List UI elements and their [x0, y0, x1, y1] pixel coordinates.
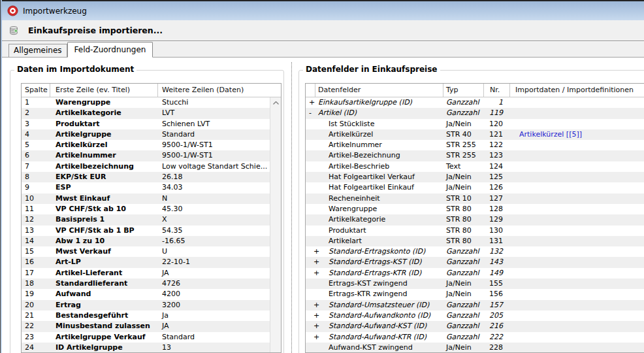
import-row-22[interactable]: 22Minusbestand zulassenJA	[22, 321, 281, 331]
app-target-icon	[7, 5, 18, 16]
import-row-2[interactable]: 2ArtikelkategorieLVT	[22, 108, 281, 118]
panel-splitter[interactable]	[291, 62, 292, 353]
import-row-10[interactable]: 10Mwst EinkaufN	[22, 193, 281, 204]
field-row-222[interactable]: +Standard-Aufwand-KTR (ID)Ganzzahl222	[306, 332, 644, 343]
expander-toggle[interactable]: -	[306, 108, 315, 118]
fields-table-rows: +Einkaufsartikelgruppe (ID)Ganzzahl1-Art…	[306, 97, 644, 353]
import-row-4[interactable]: 4ArtikelgruppeStandard	[22, 129, 281, 140]
expander-toggle[interactable]: +	[306, 332, 315, 343]
import-row-9[interactable]: 9ESP34.03	[22, 182, 281, 193]
import-row-21[interactable]: 21BestandesgeführtJa	[22, 311, 281, 321]
column-header-typ[interactable]: Typ	[443, 84, 484, 97]
chevron-up-icon	[273, 97, 279, 108]
field-row-132[interactable]: +Standard-Ertragskonto (ID)Ganzzahl132	[306, 246, 644, 257]
column-header-expand	[306, 84, 315, 97]
field-row-216[interactable]: +Standard-Aufwand-KST (ID)Ganzzahl216	[306, 321, 644, 331]
import-table-rows: 1WarengruppeStucchi2ArtikelkategorieLVT3…	[22, 97, 281, 353]
vertical-scrollbar[interactable]	[270, 97, 281, 352]
import-row-20[interactable]: 20Ertrag3200	[22, 300, 281, 311]
database-add-icon	[8, 25, 21, 36]
tab-allgemeines[interactable]: Allgemeines	[8, 44, 67, 58]
import-table: Spalte Erste Zeile (ev. Titel) Weitere Z…	[21, 83, 282, 353]
column-header-importdaten[interactable]: Importdaten / Importdefinitionen	[510, 84, 644, 97]
panel-title-import-document: Daten im Importdokument	[14, 65, 137, 74]
import-row-23[interactable]: 23Artikelgruppe VerkaufStandard	[22, 332, 281, 343]
import-row-17[interactable]: 17Artikel-LieferantJA	[22, 268, 281, 278]
column-header-spalte[interactable]: Spalte	[22, 84, 50, 97]
field-row-1[interactable]: +Einkaufsartikelgruppe (ID)Ganzzahl1	[306, 97, 644, 108]
import-tool-window: Importwerkzeug Einkaufspreise importiere…	[0, 0, 644, 353]
import-row-1[interactable]: 1WarengruppeStucchi	[22, 97, 281, 108]
tabstrip: Allgemeines Feld-Zuordnungen	[0, 42, 644, 58]
expander-toggle[interactable]: +	[306, 246, 315, 257]
field-row-120[interactable]: Ist StücklisteJa/Nein120	[306, 119, 644, 129]
expander-toggle[interactable]: +	[306, 321, 315, 331]
import-row-6[interactable]: 6Artikelnummer9500-1/W-ST1	[22, 150, 281, 161]
action-title: Einkaufspreise importieren...	[28, 25, 163, 35]
expander-toggle[interactable]: +	[306, 97, 315, 108]
toolbar: Einkaufspreise importieren...	[0, 20, 644, 41]
import-row-18[interactable]: 18Standardlieferant4726	[22, 278, 281, 289]
field-row-205[interactable]: +Standard-Aufwandkonto (ID)Ganzzahl205	[306, 311, 644, 321]
column-header-datenfelder[interactable]: Datenfelder	[315, 84, 443, 97]
field-row-125[interactable]: Hat Folgeartikel VerkaufJa/Nein125	[306, 172, 644, 182]
field-row-156[interactable]: Ertrags-KTR zwingendJa/Nein156	[306, 289, 644, 299]
field-row-127[interactable]: RecheneinheitSTR 10127	[306, 193, 644, 204]
import-row-15[interactable]: 15Mwst VerkaufU	[22, 246, 281, 257]
import-row-12[interactable]: 12Basispreis 1X	[22, 214, 281, 225]
expander-toggle[interactable]: +	[306, 268, 315, 278]
import-row-24[interactable]: 24ID Artikelgruppe13	[22, 343, 281, 353]
column-header-nr[interactable]: Nr.	[484, 84, 510, 97]
column-header-weitere-zeilen[interactable]: Weitere Zeilen (Daten)	[158, 84, 281, 97]
field-row-228[interactable]: Aufwand-KST zwingendJa/Nein228	[306, 343, 644, 353]
field-row-119[interactable]: -Artikel (ID)Ganzzahl119	[306, 108, 644, 118]
field-row-129[interactable]: ArtikelkategorieSTR 80129	[306, 214, 644, 225]
fields-table: Datenfelder Typ Nr. Importdaten / Import…	[305, 83, 644, 353]
import-row-14[interactable]: 14Abw 1 zu 10-16.65	[22, 236, 281, 246]
titlebar[interactable]: Importwerkzeug	[0, 0, 644, 20]
field-row-143[interactable]: +Standard-Ertrags-KST (ID)Ganzzahl143	[306, 257, 644, 267]
field-row-155[interactable]: Ertrags-KST zwingendJa/Nein155	[306, 278, 644, 289]
column-header-erste-zeile[interactable]: Erste Zeile (ev. Titel)	[50, 84, 158, 97]
field-row-128[interactable]: WarengruppeSTR 80128	[306, 204, 644, 214]
import-row-3[interactable]: 3ProduktartSchienen LVT	[22, 119, 281, 129]
field-row-131[interactable]: ArtikelartSTR 80131	[306, 236, 644, 246]
expander-toggle[interactable]: +	[306, 300, 315, 311]
field-row-121[interactable]: ArtikelkürzelSTR 40121Artikelkürzel [[5]…	[306, 129, 644, 140]
import-row-11[interactable]: 11VP CHF/Stk ab 1045.30	[22, 204, 281, 214]
field-row-124[interactable]: Artikel-BeschriebText124	[306, 161, 644, 172]
import-row-5[interactable]: 5Artikelkürzel9500-1/W-ST1	[22, 140, 281, 150]
window-border	[0, 0, 2, 353]
import-table-header: Spalte Erste Zeile (ev. Titel) Weitere Z…	[22, 84, 281, 97]
import-row-8[interactable]: 8EKP/Stk EUR26.18	[22, 172, 281, 182]
field-row-130[interactable]: ProduktartSTR 80130	[306, 226, 644, 236]
tab-feld-zuordnungen[interactable]: Feld-Zuordnungen	[67, 42, 153, 58]
import-row-19[interactable]: 19Aufwand4200	[22, 289, 281, 299]
expander-toggle[interactable]: +	[306, 257, 315, 267]
field-row-149[interactable]: +Standard-Ertrags-KTR (ID)Ganzzahl149	[306, 268, 644, 278]
import-row-13[interactable]: 13VP CHF/Stk ab 1 BP54.35	[22, 226, 281, 236]
field-row-157[interactable]: +Standard-Umsatzsteuer (ID)Ganzzahl157	[306, 300, 644, 311]
import-mapping-link[interactable]: Artikelkürzel [[5]]	[519, 130, 582, 139]
scroll-up-button[interactable]	[270, 97, 281, 109]
window-title: Importwerkzeug	[23, 7, 87, 16]
panel-title-target-fields: Datenfelder in Einkaufspreise	[303, 65, 440, 74]
field-row-122[interactable]: ArtikelnummerSTR 255122	[306, 140, 644, 150]
import-row-7[interactable]: 7ArtikelbezeichnungLow voltage Standart …	[22, 161, 281, 172]
fields-table-header: Datenfelder Typ Nr. Importdaten / Import…	[306, 84, 644, 97]
field-row-126[interactable]: Hat Folgeartikel EinkaufJa/Nein126	[306, 182, 644, 193]
expander-toggle[interactable]: +	[306, 311, 315, 321]
import-row-16[interactable]: 16Art-LP22-10-1	[22, 257, 281, 267]
field-row-123[interactable]: Artikel-BezeichnungSTR 255123	[306, 150, 644, 161]
